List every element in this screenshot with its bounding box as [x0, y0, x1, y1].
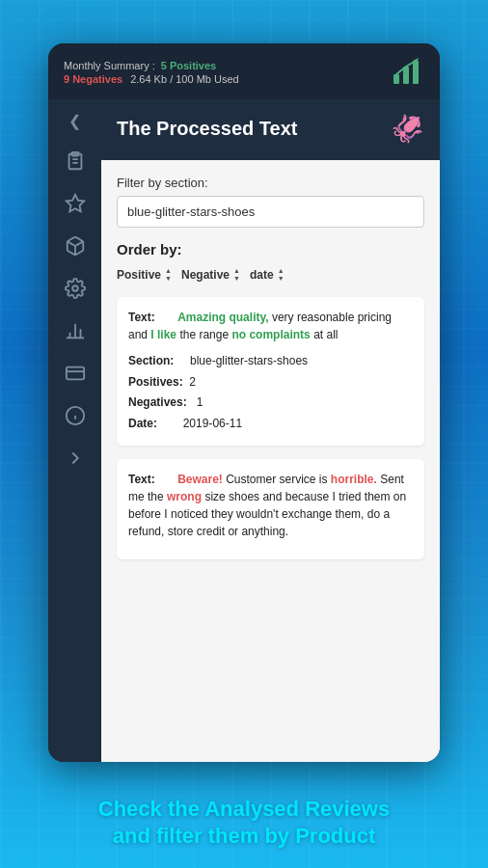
chart-trend-icon: [390, 55, 424, 90]
sidebar-item-info[interactable]: [56, 396, 95, 435]
negatives-label-1: Negatives:: [128, 395, 187, 409]
svg-point-9: [72, 285, 78, 291]
review-highlight-1b: I like: [150, 328, 176, 341]
phone-frame: Monthly Summary : 5 Positives 9 Negative…: [48, 43, 440, 762]
section-label-1: Section:: [128, 354, 174, 367]
sidebar-collapse-btn[interactable]: ❮: [61, 107, 90, 134]
monthly-summary-label: Monthly Summary :: [64, 60, 155, 71]
storage-info: 2.64 Kb / 100 Mb Used: [130, 73, 239, 85]
negative-sort-label: Negative: [181, 268, 230, 282]
filter-input[interactable]: [117, 196, 424, 228]
negatives-row-1: Negatives: 1: [128, 393, 413, 414]
text-label-2: Text:: [128, 473, 155, 486]
positive-sort-label: Positive: [117, 268, 161, 282]
review-highlight-1: Amazing quality,: [177, 311, 268, 324]
filter-label: Filter by section:: [117, 176, 424, 190]
bottom-line2: and filter them by Product: [39, 823, 449, 851]
header-stats: Monthly Summary : 5 Positives 9 Negative…: [64, 60, 239, 85]
sidebar-item-box[interactable]: [56, 227, 95, 265]
positive-sort-arrows: ▲▼: [165, 267, 172, 282]
positive-sort-btn[interactable]: Positive ▲▼: [117, 267, 172, 282]
sidebar-item-card[interactable]: [56, 354, 95, 393]
review-highlight-2a: Beware!: [177, 473, 223, 486]
review-normal-1c: at all: [313, 328, 338, 341]
review-highlight-1c: no complaints: [231, 328, 310, 341]
positives-row-1: Positives: 2: [128, 372, 413, 393]
review-normal-1b: the range: [179, 328, 231, 341]
sidebar-item-star[interactable]: [56, 184, 95, 223]
order-section: Order by: Positive ▲▼ Negative ▲▼: [117, 241, 424, 282]
negative-sort-btn[interactable]: Negative ▲▼: [181, 267, 240, 282]
svg-rect-0: [393, 74, 399, 84]
sidebar-item-clipboard[interactable]: [56, 142, 95, 180]
content-header: The Processed Text 🦑: [101, 99, 440, 160]
sidebar: ❮: [48, 99, 101, 762]
svg-marker-7: [66, 195, 83, 211]
date-sort-btn[interactable]: date ▲▼: [250, 267, 285, 282]
bottom-line1: Check the Analysed Reviews: [39, 796, 449, 824]
review-text-1: Text: Amazing quality, very reasonable p…: [128, 309, 413, 343]
text-label-1: Text:: [128, 311, 155, 324]
date-label-1: Date:: [128, 417, 157, 430]
filter-section: Filter by section:: [117, 176, 424, 228]
svg-rect-14: [66, 367, 83, 380]
date-sort-arrows: ▲▼: [278, 267, 285, 282]
order-buttons: Positive ▲▼ Negative ▲▼ date: [117, 267, 424, 282]
review-highlight-2c: wrong: [167, 490, 202, 503]
header-line2: 9 Negatives 2.64 Kb / 100 Mb Used: [64, 73, 239, 85]
main-area: ❮: [48, 99, 440, 762]
review-text-2: Text: Beware! Customer service is horrib…: [128, 471, 413, 540]
review-normal-2a: Customer service is: [226, 473, 331, 486]
header-bar: Monthly Summary : 5 Positives 9 Negative…: [48, 43, 440, 99]
octopus-icon: 🦑: [391, 113, 424, 145]
negatives-count: 9 Negatives: [64, 73, 122, 85]
negative-sort-arrows: ▲▼: [233, 267, 240, 282]
date-row-1: Date: 2019-06-11: [128, 414, 413, 435]
page-title: The Processed Text: [117, 118, 297, 140]
date-sort-label: date: [250, 268, 274, 282]
content-panel: The Processed Text 🦑 Filter by section: …: [101, 99, 440, 762]
order-label: Order by:: [117, 241, 424, 258]
review-meta-1: Section: blue-glitter-stars-shoes Positi…: [128, 351, 413, 434]
header-line1: Monthly Summary : 5 Positives: [64, 60, 239, 71]
positives-label-1: Positives:: [128, 375, 183, 389]
bottom-text: Check the Analysed Reviews and filter th…: [0, 796, 488, 851]
review-highlight-2b: horrible.: [331, 473, 377, 486]
sidebar-item-export[interactable]: [56, 439, 95, 477]
section-row-1: Section: blue-glitter-stars-shoes: [128, 351, 413, 372]
positives-count: 5 Positives: [161, 60, 216, 71]
review-card-2: Text: Beware! Customer service is horrib…: [117, 459, 424, 559]
sidebar-item-chart[interactable]: [56, 312, 95, 350]
review-card-1: Text: Amazing quality, very reasonable p…: [117, 297, 424, 446]
svg-rect-2: [413, 61, 419, 84]
content-body[interactable]: Filter by section: Order by: Positive ▲▼: [101, 160, 440, 762]
sidebar-item-settings[interactable]: [56, 269, 95, 308]
